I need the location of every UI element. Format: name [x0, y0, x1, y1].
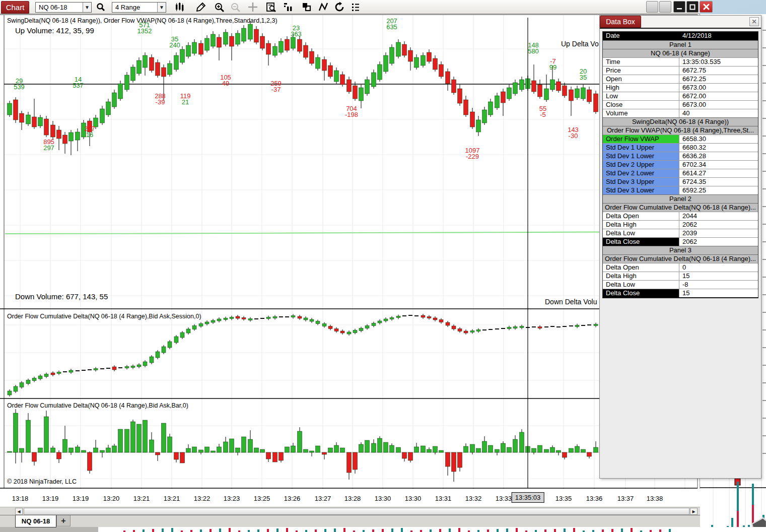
data-box-title: Data Box [600, 16, 641, 28]
line-tool-button[interactable] [317, 2, 329, 13]
data-box-row: Delta Close15 [603, 289, 758, 297]
data-box-section-header: Order Flow VWAP(NQ 06-18 (4 Range),Three… [603, 126, 758, 135]
period-selector[interactable]: 4 Range ▼ [112, 2, 166, 13]
data-box-row: Order Flow VWAP6658.30 [603, 135, 758, 143]
data-box-row: Std Dev 2 Lower6614.27 [603, 169, 758, 177]
swing-delta-label: 1097-229 [465, 148, 480, 160]
chart-menu-label: Chart [6, 3, 25, 12]
data-box-button[interactable] [265, 2, 277, 13]
time-axis-label: 13:32 [465, 495, 482, 502]
chevron-down-icon[interactable]: ▼ [83, 3, 91, 12]
zoom-in-icon [214, 2, 225, 13]
data-box-row: Delta Close2062 [603, 237, 758, 246]
swing-delta-label: 148580 [528, 42, 539, 54]
panel2-indicator-label: Order Flow Cumulative Delta(NQ 06-18 (4 … [7, 313, 201, 320]
scrollbar-thumb[interactable] [24, 508, 689, 515]
down-volume-label: Down Volume: 677, 143, 55 [15, 292, 108, 301]
swing-delta-label: 14537 [73, 77, 84, 89]
data-box-section-header: NQ 06-18 (4 Range) [603, 49, 758, 57]
data-box-close-button[interactable]: ✕ [749, 17, 759, 26]
time-axis-label: 13:26 [284, 495, 301, 502]
data-box-section-header: Panel 1 [603, 40, 758, 49]
chart-canvas[interactable] [0, 14, 700, 507]
scroll-left-button[interactable]: ◀ [15, 508, 23, 515]
swing-delta-label: 29539 [14, 78, 25, 90]
properties-button[interactable] [350, 2, 362, 13]
time-axis-label: 13:30 [405, 495, 422, 502]
instrument-selector[interactable]: NQ 06-18 ▼ [35, 2, 92, 13]
data-box-row: Time13:35:03.535 [603, 57, 758, 66]
data-box-window: Data Box ✕ Date4/12/2018Panel 1NQ 06-18 … [599, 15, 761, 479]
swing-delta-label: 704-198 [345, 106, 358, 118]
background-histogram-strip [98, 527, 766, 532]
data-box-section-header: Order Flow Cumulative Delta(NQ 06-18 (4 … [603, 203, 758, 212]
swing-delta-label: 259-37 [270, 81, 282, 93]
instrument-search-button[interactable] [95, 2, 107, 13]
chart-window: Chart NQ 06-18 ▼ 4 Range ▼ [0, 0, 700, 527]
horizontal-scrollbar[interactable]: ◀ ▶ [0, 507, 700, 515]
data-box-row: Std Dev 3 Upper6724.35 [603, 177, 758, 186]
zigzag-icon [318, 2, 329, 13]
add-tab-button[interactable]: + [56, 515, 71, 526]
window-button-2[interactable] [659, 1, 671, 13]
down-delta-label: Down Delta Volu [545, 298, 597, 306]
zoom-in-button[interactable] [213, 2, 225, 13]
crosshair-button[interactable] [247, 2, 259, 13]
swing-delta-label: 207635 [386, 18, 397, 30]
panels-button[interactable] [301, 2, 313, 13]
data-box-section-header: Panel 3 [603, 246, 758, 254]
data-box-row: Std Dev 1 Lower6636.28 [603, 152, 758, 160]
close-window-button[interactable] [700, 1, 713, 13]
reload-button[interactable] [333, 2, 345, 13]
time-axis-label: 13:38 [647, 495, 663, 502]
zoom-out-button[interactable] [229, 2, 241, 13]
time-axis-label: 13:28 [344, 495, 361, 502]
data-box-row: Std Dev 1 Upper6680.32 [603, 143, 758, 152]
swing-delta-label: 35240 [169, 36, 180, 48]
window-button-1[interactable] [646, 1, 658, 13]
scroll-right-button[interactable]: ▶ [690, 508, 698, 515]
swing-delta-label: 55-5 [539, 106, 546, 118]
data-box-row: High6673.00 [603, 83, 758, 92]
data-box-section-header: Panel 2 [603, 194, 758, 203]
data-box-row: Date4/12/2018 [603, 32, 758, 40]
data-box-row: Std Dev 3 Lower6592.25 [603, 186, 758, 194]
desktop: Chart NQ 06-18 ▼ 4 Range ▼ [0, 0, 766, 532]
time-axis-label: 13:27 [315, 495, 331, 502]
data-box-row: Delta Low2039 [603, 229, 758, 237]
swing-delta-label: -799 [549, 58, 556, 71]
maximize-button[interactable] [686, 1, 699, 13]
time-axis-label: 13:18 [12, 495, 29, 502]
time-axis-label: 13:33 [496, 495, 512, 502]
data-series-button[interactable] [282, 2, 294, 13]
maximize-icon [689, 4, 695, 10]
chart-menu-tab[interactable]: Chart [1, 1, 29, 14]
data-box-row: Delta Low-8 [603, 280, 758, 289]
reload-icon [334, 2, 345, 13]
chevron-down-icon[interactable]: ▼ [157, 3, 166, 12]
swing-delta-label: 10549 [220, 75, 231, 87]
swing-delta-label: 11921 [180, 93, 191, 105]
candles-icon [175, 2, 185, 12]
instrument-value: NQ 06-18 [39, 4, 67, 11]
minimize-icon [676, 4, 682, 10]
swing-delta-label: 20716 [84, 126, 95, 138]
data-box-row: Delta Open2044 [603, 212, 758, 220]
data-box-section-header: SwingDelta(NQ 06-18 (4 Range)) [603, 117, 758, 126]
time-axis-label: 13:37 [617, 495, 634, 502]
data-box-titlebar[interactable]: Data Box ✕ [600, 16, 761, 29]
panels-icon [301, 2, 312, 13]
chart-style-button[interactable] [174, 2, 186, 13]
drawing-tools-button[interactable] [195, 2, 207, 13]
copyright-label: © 2018 NinjaTrader, LLC [7, 478, 77, 485]
swing-delta-label: 2035 [580, 69, 587, 81]
up-volume-label: Up Volume: 412, 35, 99 [15, 26, 94, 35]
minimize-button[interactable] [673, 1, 685, 13]
tab-nq-06-18[interactable]: NQ 06-18 [15, 515, 56, 527]
data-box-row: Delta High2062 [603, 220, 758, 229]
data-box-row: Low6672.00 [603, 92, 758, 100]
time-axis-label: 13:23 [224, 495, 240, 502]
swing-delta-label: 5711352 [137, 22, 152, 34]
time-axis[interactable]: 13:1813:1913:1913:2013:2113:2113:2213:23… [0, 489, 700, 507]
data-box-row: Delta Open0 [603, 263, 758, 272]
